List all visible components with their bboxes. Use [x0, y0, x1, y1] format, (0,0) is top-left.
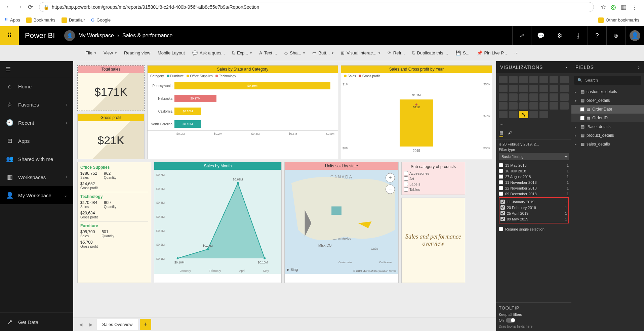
- viz-type-icon[interactable]: [509, 85, 518, 92]
- tab-prev-icon[interactable]: ◀: [77, 321, 85, 329]
- waffle-icon[interactable]: ⠿: [0, 26, 19, 45]
- viz-type-icon[interactable]: [550, 93, 558, 101]
- viz-type-icon[interactable]: [499, 85, 508, 92]
- refresh-button[interactable]: ⟳Refr...: [388, 50, 405, 55]
- filter-checkbox[interactable]: [500, 205, 505, 210]
- viz-type-icon[interactable]: [519, 102, 528, 110]
- pin-button[interactable]: 📌Pin Live P...: [477, 50, 507, 55]
- breadcrumb-report[interactable]: Sales & performance: [122, 33, 172, 39]
- viz-type-icon[interactable]: [499, 76, 508, 83]
- ask-question-button[interactable]: 💬Ask a ques...: [192, 50, 225, 55]
- shapes-button[interactable]: ◇Sha...▾: [284, 50, 305, 55]
- filter-checkbox[interactable]: [499, 186, 503, 190]
- viz-type-icon[interactable]: [509, 93, 518, 101]
- nav-apps[interactable]: ⊞Apps: [0, 132, 73, 150]
- filter-checkbox[interactable]: [499, 180, 503, 184]
- user-avatar[interactable]: 👤: [625, 26, 644, 45]
- filter-checkbox[interactable]: [500, 200, 505, 204]
- viz-type-icon[interactable]: [529, 93, 538, 101]
- viz-type-icon[interactable]: [519, 93, 528, 101]
- nav-shared[interactable]: 👥Shared with me: [0, 150, 73, 168]
- filter-checkbox[interactable]: [500, 217, 505, 221]
- title-textbox[interactable]: Sales and performance overview: [401, 198, 465, 283]
- require-single-checkbox[interactable]: [499, 227, 503, 231]
- zoom-out-button[interactable]: −: [386, 184, 395, 194]
- viz-type-icon[interactable]: [499, 111, 508, 118]
- slicer-subcategory[interactable]: Sub-category of products AccessoriesArtL…: [401, 162, 465, 195]
- filter-date-row[interactable]: 16 July 20181: [499, 168, 569, 174]
- slicer-item[interactable]: Tables: [404, 187, 463, 192]
- nav-favorites[interactable]: ☆Favorites›: [0, 95, 73, 114]
- map-units-by-state[interactable]: Units sold by state CANADA UNITED STATES…: [284, 162, 399, 283]
- viz-type-icon[interactable]: [519, 85, 528, 92]
- ext-grammarly-icon[interactable]: ◎: [611, 3, 616, 11]
- zoom-in-button[interactable]: +: [386, 173, 395, 182]
- more-options-icon[interactable]: ⋯: [514, 50, 519, 55]
- save-button[interactable]: 💾S...: [455, 50, 470, 55]
- filter-date-row[interactable]: 20 February 20191: [500, 205, 567, 210]
- nav-home[interactable]: ⌂Home: [0, 77, 73, 95]
- viz-type-icon[interactable]: [499, 93, 508, 101]
- ext-icon[interactable]: ▦: [621, 3, 627, 11]
- filter-type-select[interactable]: Basic filtering: [499, 153, 569, 160]
- field-table[interactable]: ▸▦customer_details: [571, 87, 644, 96]
- chart-sales-by-state[interactable]: Sales by State and Category Category Fur…: [147, 65, 338, 159]
- duplicate-button[interactable]: ⎘Duplicate this ...: [412, 50, 448, 55]
- filter-date-row[interactable]: 11 November 20181: [499, 179, 569, 185]
- field-table[interactable]: ▸▦product_details: [571, 131, 644, 140]
- other-bookmarks[interactable]: Other bookmarks: [598, 17, 639, 23]
- visual-interactions-button[interactable]: ⊞Visual interac...▾: [341, 50, 380, 55]
- download-icon[interactable]: ⭳: [569, 26, 588, 45]
- viz-type-icon[interactable]: [529, 102, 538, 110]
- collapse-pane-icon[interactable]: ›: [565, 65, 567, 70]
- feedback-icon[interactable]: ☺: [606, 26, 625, 45]
- filter-date-row[interactable]: 09 December 20181: [499, 191, 569, 197]
- star-icon[interactable]: ☆: [601, 3, 606, 11]
- field-table[interactable]: ▸▦Place_details: [571, 122, 644, 131]
- filter-date-row[interactable]: 22 November 20181: [499, 185, 569, 191]
- nav-toggle-icon[interactable]: ☰: [0, 61, 73, 77]
- field-table[interactable]: ▸▦sales_details: [571, 140, 644, 149]
- chart-sales-by-month[interactable]: Sales by Month $0.7M$0.6M$0.5M$0.4M$0.3M…: [154, 162, 282, 283]
- collapse-pane-icon[interactable]: ›: [638, 65, 640, 70]
- field-table[interactable]: ▾▦order_details: [571, 96, 644, 105]
- viz-type-icon[interactable]: [529, 85, 538, 92]
- viz-type-icon[interactable]: [550, 102, 558, 110]
- bookmark-dataflair[interactable]: Dataflair: [62, 17, 85, 23]
- slicer-item[interactable]: Accessories: [404, 171, 463, 175]
- menu-icon[interactable]: ⋮: [631, 3, 637, 11]
- user-avatar-small[interactable]: 👤: [64, 30, 75, 41]
- viz-type-icon[interactable]: [539, 93, 548, 101]
- fields-tab-icon[interactable]: ▦: [499, 130, 503, 137]
- viz-type-icon[interactable]: [509, 102, 518, 110]
- settings-icon[interactable]: ⚙: [550, 26, 569, 45]
- category-list[interactable]: Office Supplies$786,752Sales962Quantity$…: [77, 162, 151, 283]
- bookmark-google[interactable]: GGoogle: [91, 17, 111, 23]
- filter-date-row[interactable]: 09 May 20191: [500, 216, 567, 222]
- viz-type-icon[interactable]: [560, 93, 569, 101]
- filter-checkbox[interactable]: [499, 192, 503, 196]
- back-button[interactable]: ←: [3, 2, 14, 12]
- filter-checkbox[interactable]: [499, 169, 503, 173]
- reading-view-button[interactable]: Reading view: [124, 50, 150, 55]
- textbox-button[interactable]: AText ...: [259, 50, 277, 55]
- forward-button[interactable]: →: [14, 2, 25, 12]
- breadcrumb-workspace[interactable]: My Workspace: [78, 33, 114, 39]
- comments-icon[interactable]: 💬: [531, 26, 550, 45]
- viz-type-icon[interactable]: [560, 76, 569, 83]
- add-page-button[interactable]: +: [140, 319, 151, 330]
- slicer-item[interactable]: Art: [404, 176, 463, 181]
- map-body[interactable]: CANADA UNITED STATES Gulf of Mexico MEXI…: [285, 170, 398, 274]
- get-data-button[interactable]: ↗Get Data: [0, 313, 73, 331]
- fullscreen-icon[interactable]: ⤢: [512, 26, 531, 45]
- chart-sales-by-year[interactable]: Sales and Gross profit by Year Sales Gro…: [341, 65, 492, 159]
- help-icon[interactable]: ?: [588, 26, 606, 45]
- nav-workspaces[interactable]: ▥Workspaces›: [0, 168, 73, 186]
- filter-date-row[interactable]: 27 August 20181: [499, 174, 569, 179]
- filter-checkbox[interactable]: [500, 211, 505, 215]
- fields-search[interactable]: 🔍Search: [574, 76, 641, 85]
- mobile-layout-button[interactable]: Mobile Layout: [158, 50, 185, 55]
- viz-type-icon[interactable]: [529, 76, 538, 83]
- viz-type-icon[interactable]: [539, 76, 548, 83]
- buttons-button[interactable]: ▭Butt...▾: [312, 50, 333, 55]
